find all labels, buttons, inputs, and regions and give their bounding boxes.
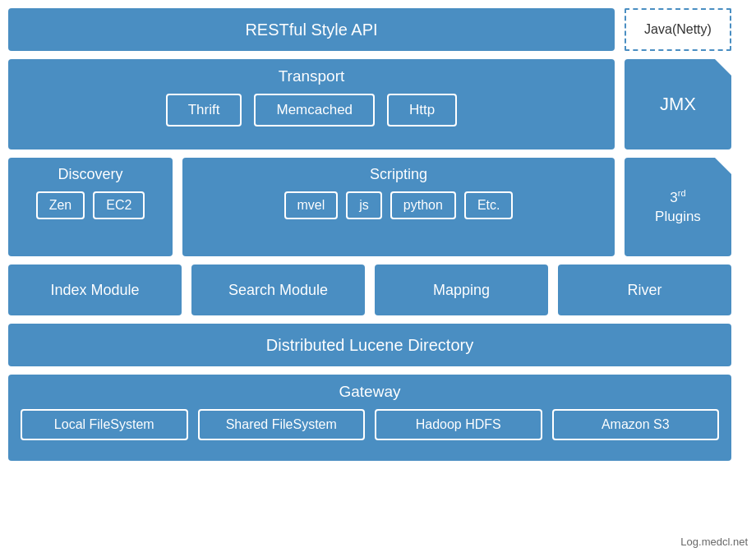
transport-item-thrift: Thrift [166, 94, 242, 126]
gateway-item-sharedfs: Shared FileSystem [198, 409, 366, 440]
jmx-label: JMX [660, 94, 696, 115]
plugins-box: 3rdPlugins [625, 158, 731, 256]
transport-item-memcached: Memcached [254, 94, 375, 126]
transport-items-row: Thrift Memcached Http [21, 94, 602, 126]
transport-item-http: Http [387, 94, 457, 126]
jmx-box: JMX [625, 59, 731, 150]
row2: Transport Thrift Memcached Http JMX [8, 59, 731, 150]
mapping-label: Mapping [433, 282, 490, 299]
scripting-item-js: js [346, 191, 382, 219]
river-box: River [558, 264, 731, 315]
gateway-title: Gateway [21, 383, 719, 401]
diagram-container: RESTful Style API Java(Netty) Transport … [8, 8, 731, 534]
discovery-items: Zen EC2 [18, 191, 163, 219]
gateway-items-row: Local FileSystem Shared FileSystem Hadoo… [21, 409, 719, 440]
index-module-box: Index Module [8, 264, 182, 315]
index-module-label: Index Module [50, 282, 139, 299]
gateway-item-amazon: Amazon S3 [552, 409, 720, 440]
plugins-label: 3rdPlugins [655, 187, 701, 227]
scripting-title: Scripting [192, 166, 605, 183]
mapping-box: Mapping [375, 264, 548, 315]
scripting-item-python: python [390, 191, 456, 219]
search-module-label: Search Module [228, 282, 328, 299]
gateway-item-hadoop: Hadoop HDFS [375, 409, 542, 440]
restful-api-block: RESTful Style API [8, 8, 615, 51]
transport-title: Transport [21, 67, 602, 85]
scripting-item-etc: Etc. [464, 191, 514, 219]
gateway-box: Gateway Local FileSystem Shared FileSyst… [8, 375, 731, 461]
discovery-item-zen: Zen [36, 191, 85, 219]
row5: Distributed Lucene Directory [8, 324, 731, 366]
scripting-box: Scripting mvel js python Etc. [182, 158, 615, 256]
java-netty-label: Java(Netty) [644, 22, 712, 37]
restful-api-label: RESTful Style API [245, 21, 377, 39]
discovery-box: Discovery Zen EC2 [8, 158, 173, 256]
row6: Gateway Local FileSystem Shared FileSyst… [8, 375, 731, 461]
river-label: River [627, 282, 662, 299]
lucene-box: Distributed Lucene Directory [8, 324, 731, 366]
scripting-items: mvel js python Etc. [192, 191, 605, 219]
lucene-label: Distributed Lucene Directory [266, 336, 473, 355]
transport-box: Transport Thrift Memcached Http [8, 59, 615, 150]
discovery-title: Discovery [18, 166, 163, 183]
discovery-item-ec2: EC2 [93, 191, 145, 219]
java-netty-block: Java(Netty) [625, 8, 731, 51]
scripting-item-mvel: mvel [284, 191, 339, 219]
gateway-item-localfs: Local FileSystem [21, 409, 188, 440]
search-module-box: Search Module [191, 264, 365, 315]
row1: RESTful Style API Java(Netty) [8, 8, 731, 51]
row3: Discovery Zen EC2 Scripting mvel js [8, 158, 731, 256]
row4: Index Module Search Module Mapping River [8, 264, 731, 315]
watermark: Log.medcl.net [680, 536, 748, 548]
